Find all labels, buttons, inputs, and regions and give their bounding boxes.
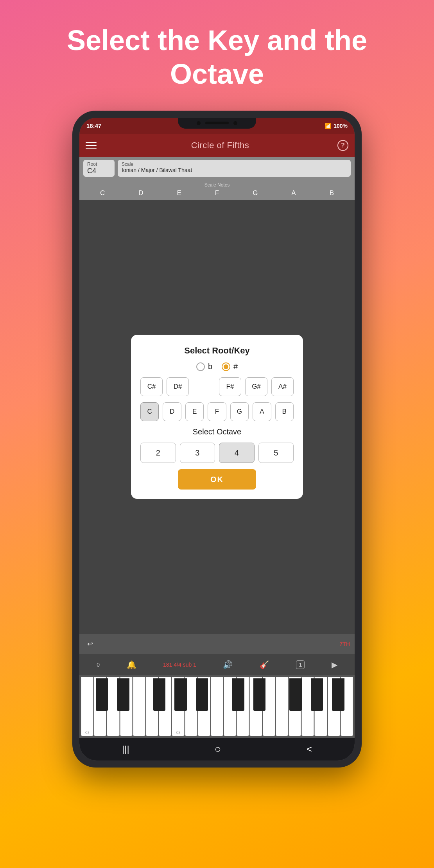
scale-notes-section: Scale Notes C D E F G A B [79, 180, 355, 200]
scale-note-a: A [291, 189, 296, 197]
modal-title: Select Root/Key [184, 346, 250, 356]
octave-3[interactable]: 3 [180, 443, 215, 463]
hamburger-button[interactable] [86, 142, 97, 149]
flat-label: b [208, 362, 212, 371]
octave-buttons-row: 2 3 4 5 [140, 443, 294, 463]
scale-label: Scale [122, 161, 347, 167]
transport-counter: 0 [97, 662, 100, 668]
status-time: 18:47 [86, 122, 101, 129]
black-key[interactable] [174, 678, 187, 711]
metronome-icon[interactable]: 🔔 [127, 660, 136, 669]
ok-button[interactable]: OK [178, 469, 256, 490]
key-placeholder-1 [193, 377, 215, 396]
black-key[interactable] [196, 678, 208, 711]
undo-button[interactable]: ↩ [84, 638, 96, 650]
white-key[interactable] [211, 677, 223, 736]
transport-bar: 0 🔔 181 4/4 sub 1 🔊 🎸 1 ▶ [79, 654, 355, 675]
controls-row: Root C4 Scale Ionian / Major / Bilawal T… [79, 157, 355, 180]
guitar-icon[interactable]: 🎸 [260, 660, 269, 669]
signal-icon: 📶 [325, 123, 331, 129]
black-key[interactable] [311, 678, 323, 711]
key-b[interactable]: B [275, 402, 294, 421]
root-selector[interactable]: Root C4 [83, 160, 115, 177]
scale-note-d: D [138, 189, 143, 197]
key-d[interactable]: D [163, 402, 181, 421]
hero-title: Select the Key and the Octave [0, 0, 434, 111]
status-icons: 📶 100% [325, 123, 348, 129]
flat-radio[interactable]: b [196, 362, 212, 371]
black-key[interactable] [289, 678, 302, 711]
sharp-radio[interactable]: # [222, 362, 238, 371]
return-button[interactable]: < [299, 741, 320, 758]
modal-dialog: Select Root/Key b # C [131, 335, 303, 499]
black-key[interactable] [96, 678, 108, 711]
key-c[interactable]: C [140, 402, 159, 421]
play-button[interactable]: ▶ [332, 660, 337, 669]
root-label: Root [87, 161, 111, 167]
key-e[interactable]: E [185, 402, 204, 421]
key-a[interactable]: A [253, 402, 271, 421]
scale-note-e: E [177, 189, 181, 197]
sharp-radio-button[interactable] [222, 362, 230, 371]
octave-4[interactable]: 4 [219, 443, 255, 463]
sharp-keys-row: C# D# F# G# A# [140, 377, 294, 396]
help-button[interactable]: ? [337, 140, 348, 151]
black-key[interactable] [232, 678, 244, 711]
circle-area: J M Select Root/Key b [79, 200, 355, 634]
scale-notes-label: Scale Notes [83, 182, 351, 188]
phone-notch [178, 118, 256, 129]
scale-note-f: F [215, 189, 219, 197]
nav-bar: ||| ○ < [79, 738, 355, 760]
key-d-sharp[interactable]: D# [167, 377, 189, 396]
pattern-icon[interactable]: 1 [296, 660, 305, 669]
black-key[interactable] [117, 678, 129, 711]
phone-wrapper: 18:47 📶 100% Circle of Fifths ? Root C4 … [72, 111, 362, 768]
key-g-sharp[interactable]: G# [245, 377, 267, 396]
key-f-sharp[interactable]: F# [219, 377, 241, 396]
black-key[interactable] [332, 678, 344, 711]
key-c-sharp[interactable]: C# [140, 377, 163, 396]
scale-note-c: C [100, 189, 105, 197]
octave-5[interactable]: 5 [258, 443, 294, 463]
scale-note-b: B [330, 189, 334, 197]
scale-selector[interactable]: Scale Ionian / Major / Bilawal Thaat [118, 160, 351, 177]
scale-value: Ionian / Major / Bilawal Thaat [122, 167, 347, 173]
white-key[interactable] [276, 677, 288, 736]
flat-radio-button[interactable] [196, 362, 205, 371]
battery-icon: 100% [334, 123, 348, 129]
white-key-c2[interactable]: C2 [81, 677, 93, 736]
natural-keys-row: C D E F G A B [140, 402, 294, 421]
octave-section-title: Select Octave [193, 427, 242, 436]
transport-tempo[interactable]: 181 4/4 sub 1 [163, 662, 196, 668]
back-button[interactable]: ||| [114, 741, 137, 758]
white-key[interactable] [133, 677, 145, 736]
sharp-label: # [233, 362, 238, 371]
scale-note-g: G [253, 189, 258, 197]
volume-icon[interactable]: 🔊 [223, 660, 233, 669]
scale-notes-row: C D E F G A B [83, 189, 351, 197]
key-g[interactable]: G [230, 402, 249, 421]
piano-strip: C2 C3 [79, 675, 355, 738]
bottom-toolbar: ↩ 7TH [79, 634, 355, 654]
accidental-radio-group: b # [196, 362, 238, 371]
key-a-sharp[interactable]: A# [271, 377, 294, 396]
seventh-label: 7TH [340, 641, 350, 647]
app-title: Circle of Fifths [103, 140, 337, 151]
root-value: C4 [87, 167, 111, 175]
modal-overlay: Select Root/Key b # C [79, 200, 355, 634]
app-bar: Circle of Fifths ? [79, 134, 355, 157]
home-button[interactable]: ○ [207, 740, 229, 759]
black-key[interactable] [153, 678, 166, 711]
octave-2[interactable]: 2 [140, 443, 176, 463]
key-f[interactable]: F [208, 402, 226, 421]
black-key[interactable] [253, 678, 266, 711]
phone-screen: 18:47 📶 100% Circle of Fifths ? Root C4 … [79, 118, 355, 760]
